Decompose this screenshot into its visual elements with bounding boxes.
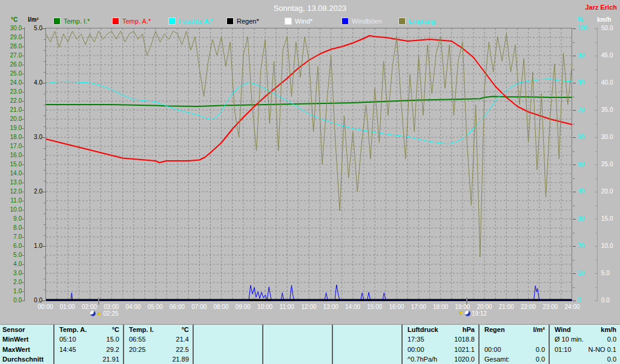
humidity-axis-label: 90 — [578, 52, 596, 59]
rain-axis-label: 3.0 — [25, 134, 42, 141]
table-row-minwert: MinWert05:1015.006:5521.417:351018.8Ø 10… — [0, 334, 620, 344]
table-cell-durchschnitt-col1: 21.89 — [123, 354, 193, 364]
windspeed-axis-minor-tick — [595, 124, 597, 125]
humidity-axis-label: 70 — [578, 106, 596, 114]
cell-time: 17:35 — [407, 336, 424, 343]
humidity-axis-label: 50 — [578, 161, 596, 168]
windspeed-axis-line — [597, 27, 598, 301]
windspeed-axis-label: 50.0 — [601, 25, 619, 32]
temp-axis-label: 30.0 — [4, 25, 22, 32]
windspeed-axis-minor-tick — [595, 206, 597, 206]
cell-value: 0.0 — [536, 356, 545, 363]
temp-axis-tick — [22, 201, 24, 201]
cell-value: N-NO 0.1 — [589, 346, 616, 353]
windspeed-axis-label: 5.0 — [601, 270, 619, 277]
row-label: MinWert — [0, 334, 53, 344]
legend-label: Windböen — [352, 18, 382, 25]
cell-value: 22.5 — [176, 346, 189, 353]
temp-axis-label: 0.0 — [4, 297, 22, 304]
table-cell-durchschnitt-col7: 0.0 — [549, 354, 620, 364]
table-cell-maxwert-col0: 14:4529.2 — [53, 345, 123, 354]
humidity-axis-label: 30 — [578, 215, 596, 223]
legend-swatch — [168, 18, 176, 25]
windspeed-axis-tick — [595, 137, 597, 138]
windspeed-axis-minor-tick — [595, 287, 597, 288]
temp-axis-label: 23.0 — [4, 88, 22, 96]
legend-swatch — [112, 18, 119, 25]
cell-value: °C — [112, 326, 119, 333]
windspeed-axis-tick — [595, 192, 597, 192]
x-axis-label: 20:00 — [472, 304, 496, 310]
cell-value: 29.2 — [107, 346, 119, 353]
wind-axis-title: km/h — [597, 16, 611, 23]
temp-axis-tick — [22, 83, 24, 83]
temp-axis-label: 26.0 — [4, 61, 22, 68]
temp-axis-label: 20.0 — [4, 115, 22, 123]
station-owner-label: Jarz Erich — [585, 4, 617, 11]
table-cell-maxwert-col6: 00:000.0 — [478, 345, 549, 354]
x-axis-label: 13:00 — [318, 304, 343, 310]
windspeed-axis-tick — [595, 246, 597, 247]
x-axis-label: 03:00 — [99, 304, 124, 310]
cell-value: 21.91 — [102, 356, 119, 363]
cell-time: Temp. A. — [59, 326, 87, 333]
cell-value: 0.0 — [607, 336, 616, 343]
table-cell-durchschnitt-col6: Gesamt:0.0 — [478, 354, 549, 364]
rain-axis-label: 1.0 — [25, 242, 42, 250]
windspeed-axis-label: 0.0 — [601, 297, 619, 304]
cell-time: Regen — [484, 326, 505, 333]
humidity-axis-label: 80 — [578, 79, 596, 86]
table-cell-sensor-col2 — [193, 325, 262, 334]
table-row-durchschnitt: Durchschnitt21.9121.89^0.7hPa/h1020.0Ges… — [0, 354, 620, 364]
legend-item-empfang: Empfang — [398, 18, 435, 25]
table-cell-minwert-col7: Ø 10 min.0.0 — [549, 334, 620, 344]
x-axis-label: 00:00 — [33, 304, 58, 310]
temp-axis-label: 3.0 — [4, 270, 22, 277]
cell-value: km/h — [601, 326, 616, 333]
x-axis-label: 16:00 — [384, 304, 409, 310]
temp-axis-tick — [22, 56, 24, 56]
legend-item-tempi: Temp. I.* — [53, 18, 90, 25]
table-cell-maxwert-col2 — [193, 345, 262, 354]
legend-item-wind: Wind* — [285, 18, 312, 25]
moonrise-marker: ▲02:25 — [90, 310, 119, 317]
table-cell-minwert-col4 — [332, 334, 401, 344]
cell-value: 21.4 — [176, 336, 189, 343]
windspeed-axis-tick — [595, 110, 597, 111]
table-cell-minwert-col3 — [262, 334, 332, 344]
temp-axis-tick — [22, 28, 24, 29]
temp-axis-tick — [22, 301, 24, 301]
x-axis-label: 05:00 — [143, 304, 167, 310]
legend-label: Feuchte A.* — [179, 18, 213, 25]
x-axis-label: 04:00 — [121, 304, 145, 310]
humidity-axis-label: 40 — [578, 188, 596, 195]
temp-axis-label: 9.0 — [4, 215, 22, 223]
windspeed-axis-minor-tick — [595, 151, 597, 152]
temp-axis-tick — [22, 273, 24, 274]
temp-axis-tick — [22, 192, 24, 192]
windspeed-axis-tick — [595, 28, 597, 29]
cell-value: 0.0 — [607, 356, 616, 363]
windspeed-axis-minor-tick — [595, 97, 597, 97]
temp-axis-label: 13.0 — [4, 179, 22, 186]
moon-icon — [90, 311, 96, 316]
table-cell-durchschnitt-col2 — [193, 354, 262, 364]
table-cell-durchschnitt-col3 — [262, 354, 332, 364]
rain-axis-title: l/m² — [28, 16, 39, 23]
legend-swatch — [53, 18, 61, 25]
humidity-axis-label: 20 — [578, 242, 596, 250]
cell-time: 20:25 — [129, 346, 146, 353]
windspeed-axis-label: 35.0 — [601, 106, 619, 114]
x-axis-label: 18:00 — [429, 304, 453, 310]
windspeed-axis-label: 45.0 — [601, 52, 619, 59]
moon-icon — [465, 311, 470, 316]
table-cell-minwert-col2 — [193, 334, 262, 344]
windspeed-axis-tick — [595, 273, 597, 274]
table-cell-maxwert-col1: 20:2522.5 — [123, 345, 193, 354]
table-cell-maxwert-col3 — [262, 345, 332, 354]
table-cell-sensor-col7: Windkm/h — [549, 325, 620, 334]
legend-label: Temp. I.* — [64, 18, 90, 25]
cell-value: 15.0 — [107, 336, 119, 343]
row-label: Sensor — [0, 325, 53, 334]
table-cell-sensor-col1: Temp. I.°C — [123, 325, 193, 334]
